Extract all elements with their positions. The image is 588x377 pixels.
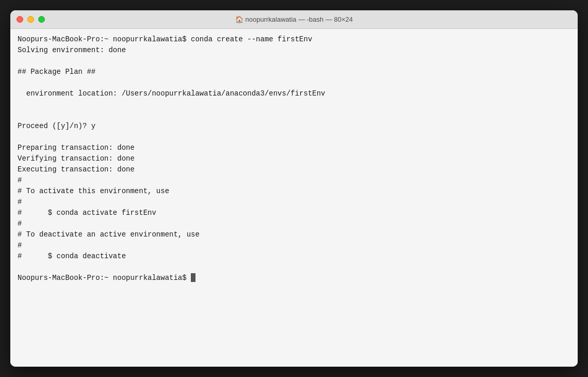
maximize-button[interactable] [38, 16, 45, 23]
terminal-line: # [18, 240, 570, 251]
terminal-line: Solving environment: done [18, 45, 570, 56]
terminal-line [18, 110, 570, 121]
terminal-line: Proceed ([y]/n)? y [18, 121, 570, 132]
cursor [191, 273, 195, 282]
terminal-line [18, 56, 570, 67]
window-title: 🏠 noopurrkalawatia — -bash — 80×24 [235, 15, 353, 23]
terminal-line: # To activate this environment, use [18, 186, 570, 197]
terminal-line: # $ conda activate firstEnv [18, 208, 570, 218]
terminal-body[interactable]: Noopurs-MacBook-Pro:~ noopurrkalawatia$ … [10, 29, 578, 367]
terminal-line: # To deactivate an active environment, u… [18, 229, 570, 240]
terminal-line: # [18, 218, 570, 229]
terminal-line: Executing transaction: done [18, 164, 570, 175]
terminal-line: environment location: /Users/noopurrkala… [18, 88, 570, 99]
terminal-line [18, 77, 570, 88]
terminal-window: 🏠 noopurrkalawatia — -bash — 80×24 Noopu… [10, 10, 578, 367]
terminal-line: # $ conda deactivate [18, 251, 570, 262]
title-bar: 🏠 noopurrkalawatia — -bash — 80×24 [10, 10, 578, 29]
terminal-line [18, 132, 570, 143]
traffic-lights [17, 16, 45, 23]
terminal-line: Noopurs-MacBook-Pro:~ noopurrkalawatia$ [18, 273, 570, 284]
terminal-line: ## Package Plan ## [18, 67, 570, 77]
terminal-line: Verifying transaction: done [18, 153, 570, 164]
terminal-line [18, 99, 570, 110]
terminal-line: Preparing transaction: done [18, 143, 570, 153]
terminal-line: # [18, 175, 570, 186]
close-button[interactable] [17, 16, 23, 23]
terminal-line [18, 262, 570, 273]
minimize-button[interactable] [27, 16, 34, 23]
terminal-line: Noopurs-MacBook-Pro:~ noopurrkalawatia$ … [18, 34, 570, 45]
terminal-line: # [18, 197, 570, 208]
